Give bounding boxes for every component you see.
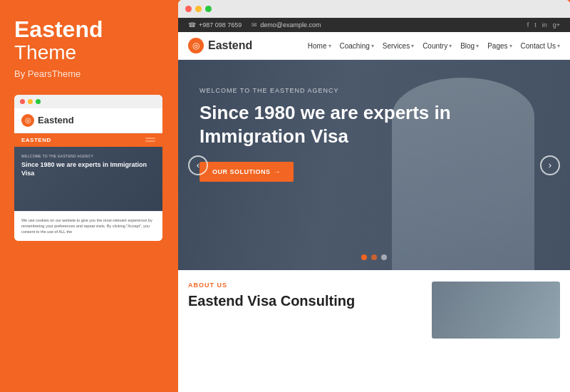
brand-name-bold: Eastend: [14, 17, 162, 42]
linkedin-icon[interactable]: in: [542, 21, 547, 29]
phone-info: ☎ +987 098 7659: [188, 21, 242, 29]
nav-item-contact[interactable]: Contact Us ▾: [521, 42, 560, 50]
mini-hamburger-icon: [145, 138, 155, 142]
nav-item-blog[interactable]: Blog ▾: [460, 42, 479, 50]
below-hero-section: ABOUT US Eastend Visa Consulting: [178, 270, 570, 350]
hero-title: Since 1980 we are experts in Immigration…: [200, 101, 470, 148]
chevron-down-icon: ▾: [449, 43, 452, 49]
about-us-title: Eastend Visa Consulting: [188, 292, 418, 309]
mini-cookie-notice: We use cookies on our website to give yo…: [14, 211, 162, 241]
chevron-right-icon: ›: [549, 160, 551, 170]
hero-content: WELCOME TO THE EASTEND AGENCY Since 1980…: [178, 60, 570, 196]
email-address: demo@example.com: [260, 21, 321, 29]
mini-cookie-text: We use cookies on our website to give yo…: [21, 217, 155, 235]
chevron-down-icon: ▾: [476, 43, 479, 49]
hero-next-arrow[interactable]: ›: [540, 155, 560, 175]
chevron-down-icon: ▾: [411, 43, 414, 49]
chevron-down-icon: ▾: [328, 43, 331, 49]
nav-globe-icon: ◎: [188, 38, 204, 53]
phone-number: +987 098 7659: [199, 21, 242, 29]
nav-item-services[interactable]: Services ▾: [383, 42, 414, 50]
top-bar-left: ☎ +987 098 7659 ✉ demo@example.com: [188, 21, 321, 29]
hero-dot-3[interactable]: [381, 254, 387, 260]
nav-item-coaching[interactable]: Coaching ▾: [340, 42, 374, 50]
chevron-down-icon: ▾: [509, 43, 512, 49]
phone-icon: ☎: [188, 21, 196, 29]
google-icon[interactable]: g+: [553, 21, 560, 29]
arrow-right-icon: →: [274, 168, 281, 175]
mini-dot-yellow: [28, 99, 33, 104]
mini-nav-bar: EASTEND: [14, 133, 162, 147]
nav-links: Home ▾ Coaching ▾ Services ▾ Country ▾ B…: [308, 42, 560, 50]
mini-hero-section: WELCOME TO THE EASTEND AGENCY Since 1980…: [14, 147, 162, 211]
mini-nav-title: EASTEND: [21, 137, 51, 143]
mini-dot-green: [36, 99, 41, 104]
social-icons: f t in g+: [527, 21, 560, 29]
about-us-image: [432, 282, 560, 339]
chrome-dot-green: [205, 6, 212, 12]
mini-hamburger-line: [145, 138, 155, 139]
mini-globe-icon: ◎: [21, 114, 34, 127]
image-overlay: [432, 282, 560, 339]
our-solutions-button[interactable]: OUR SOLUTIONS →: [200, 162, 294, 182]
about-us-label: ABOUT US: [188, 282, 418, 289]
hero-dot-1[interactable]: [361, 254, 367, 260]
nav-item-pages[interactable]: Pages ▾: [487, 42, 512, 50]
mini-logo-bar: ◎ Eastend: [14, 108, 162, 133]
left-panel: Eastend Theme By PearsTheme ◎ Eastend EA…: [0, 0, 177, 392]
our-solutions-label: OUR SOLUTIONS: [212, 168, 271, 175]
hero-section: WELCOME TO THE EASTEND AGENCY Since 1980…: [178, 60, 570, 270]
chevron-down-icon: ▾: [557, 43, 560, 49]
brand-name-light: Theme: [14, 42, 162, 64]
chevron-left-icon: ‹: [197, 160, 200, 170]
nav-item-home[interactable]: Home ▾: [308, 42, 331, 50]
nav-logo: ◎ Eastend: [188, 38, 252, 53]
top-bar: ☎ +987 098 7659 ✉ demo@example.com f t i…: [178, 18, 570, 32]
main-nav: ◎ Eastend Home ▾ Coaching ▾ Services ▾ C…: [178, 32, 570, 60]
chrome-dot-red: [185, 6, 192, 12]
mini-hamburger-line: [145, 140, 155, 142]
mini-hero-title: Since 1980 we are experts in Immigration…: [21, 161, 155, 177]
email-icon: ✉: [252, 21, 257, 29]
by-line: By PearsTheme: [14, 68, 162, 79]
right-panel-browser: ☎ +987 098 7659 ✉ demo@example.com f t i…: [178, 0, 570, 392]
hero-dot-2[interactable]: [371, 254, 377, 260]
about-us-text: ABOUT US Eastend Visa Consulting: [188, 282, 432, 309]
mini-browser-preview: ◎ Eastend EASTEND WELCOME TO THE EASTEND…: [14, 95, 162, 241]
chevron-down-icon: ▾: [371, 43, 374, 49]
chrome-dot-yellow: [195, 6, 202, 12]
email-info: ✉ demo@example.com: [252, 21, 321, 29]
twitter-icon[interactable]: t: [534, 21, 537, 29]
browser-chrome: [178, 0, 570, 18]
nav-brand-text: Eastend: [208, 39, 252, 52]
mini-dot-red: [20, 99, 25, 104]
mini-logo-text: Eastend: [38, 115, 74, 125]
hero-welcome-text: WELCOME TO THE EASTEND AGENCY: [200, 87, 549, 94]
mini-browser-body: ◎ Eastend EASTEND WELCOME TO THE EASTEND…: [14, 108, 162, 241]
facebook-icon[interactable]: f: [527, 21, 529, 29]
hero-dots: [361, 254, 387, 260]
mini-browser-bar: [14, 95, 162, 108]
nav-item-country[interactable]: Country ▾: [423, 42, 452, 50]
hero-prev-arrow[interactable]: ‹: [188, 155, 208, 175]
mini-welcome-text: WELCOME TO THE EASTEND AGENCY: [21, 154, 155, 158]
